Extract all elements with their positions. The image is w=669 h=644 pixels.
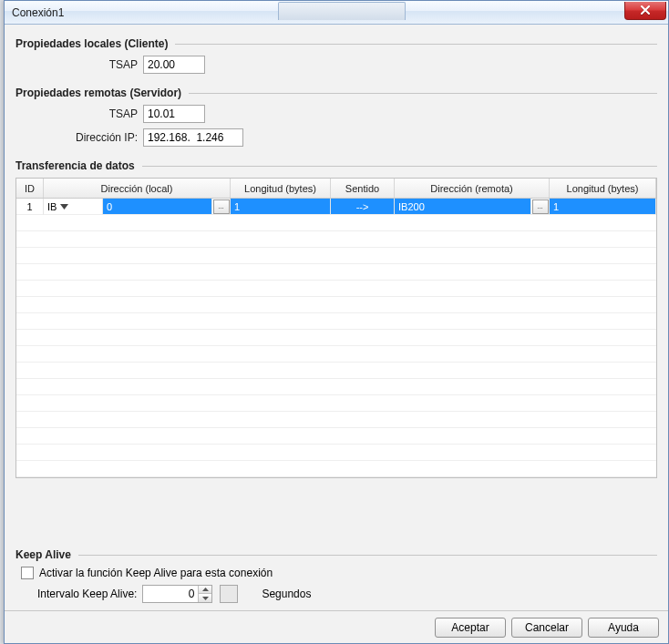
ellipsis-button[interactable]: ... bbox=[532, 199, 549, 214]
separator-line bbox=[142, 166, 657, 167]
group-transfer: Transferencia de datos ID Dirección (loc… bbox=[15, 159, 657, 536]
background-tab-hint bbox=[278, 2, 406, 20]
separator-line bbox=[175, 44, 657, 45]
spinner-up-button[interactable] bbox=[199, 586, 211, 594]
separator-line bbox=[189, 93, 657, 94]
keepalive-interval-spinner[interactable] bbox=[142, 585, 212, 603]
cell-len-remote[interactable]: 1 bbox=[550, 199, 656, 215]
help-button[interactable]: Ayuda bbox=[588, 618, 659, 638]
table-row-empty[interactable] bbox=[16, 215, 656, 231]
chevron-up-icon bbox=[202, 588, 209, 591]
table-row-empty[interactable] bbox=[16, 264, 656, 281]
chevron-down-icon bbox=[202, 597, 209, 600]
table-header-row: ID Dirección (local) Longitud (bytes) Se… bbox=[16, 179, 656, 199]
ellipsis-icon: ... bbox=[218, 203, 224, 210]
cell-id: 1 bbox=[16, 199, 44, 215]
cell-sense[interactable]: --> bbox=[331, 199, 395, 215]
table-row-empty[interactable] bbox=[16, 297, 656, 313]
table-body: 1 IB 0 ... 1 bbox=[16, 199, 656, 477]
table-row-empty[interactable] bbox=[16, 346, 656, 363]
th-dir-remote: Dirección (remota) bbox=[395, 179, 550, 198]
dialog-window: Conexión1 Propiedades locales (Cliente) … bbox=[4, 0, 669, 644]
cell-remote-picker[interactable]: ... bbox=[531, 199, 550, 215]
th-dir-local: Dirección (local) bbox=[44, 179, 231, 198]
table-row-empty[interactable] bbox=[16, 281, 656, 297]
th-len-remote: Longitud (bytes) bbox=[550, 179, 656, 198]
group-transfer-title: Transferencia de datos bbox=[15, 159, 135, 172]
close-icon bbox=[640, 5, 651, 15]
table-row-empty[interactable] bbox=[16, 248, 656, 264]
accept-button[interactable]: Aceptar bbox=[435, 618, 506, 638]
remote-tsap-label: TSAP bbox=[15, 107, 143, 120]
ellipsis-icon: ... bbox=[537, 203, 543, 210]
th-sense: Sentido bbox=[331, 179, 395, 198]
transfer-table[interactable]: ID Dirección (local) Longitud (bytes) Se… bbox=[15, 178, 657, 478]
spinner-down-button[interactable] bbox=[199, 594, 211, 602]
cell-local-picker[interactable]: ... bbox=[212, 199, 231, 215]
group-keepalive: Keep Alive Activar la función Keep Alive… bbox=[15, 548, 657, 603]
group-local-title: Propiedades locales (Cliente) bbox=[15, 37, 168, 50]
table-row-empty[interactable] bbox=[16, 461, 656, 477]
local-tsap-label: TSAP bbox=[15, 58, 143, 71]
cell-type-value: IB bbox=[47, 201, 57, 212]
table-row-empty[interactable] bbox=[16, 231, 656, 248]
table-row-empty[interactable] bbox=[16, 313, 656, 330]
table-row-empty[interactable] bbox=[16, 363, 656, 379]
window-title: Conexión1 bbox=[12, 6, 64, 19]
group-remote: Propiedades remotas (Servidor) TSAP Dire… bbox=[15, 87, 657, 147]
cell-len-local[interactable]: 1 bbox=[231, 199, 331, 215]
cell-local-offset[interactable]: 0 bbox=[103, 199, 212, 215]
remote-tsap-input[interactable] bbox=[143, 105, 205, 123]
keepalive-unit-button[interactable] bbox=[220, 585, 238, 603]
table-row-empty[interactable] bbox=[16, 445, 656, 461]
keepalive-unit-label: Segundos bbox=[262, 588, 311, 600]
cancel-button[interactable]: Cancelar bbox=[511, 618, 582, 638]
cell-dir-remote[interactable]: IB200 bbox=[395, 199, 531, 215]
group-local: Propiedades locales (Cliente) TSAP bbox=[15, 37, 657, 74]
keepalive-interval-label: Intervalo Keep Alive: bbox=[37, 588, 137, 600]
ellipsis-button[interactable]: ... bbox=[213, 199, 230, 214]
local-tsap-input[interactable] bbox=[143, 56, 205, 74]
close-button[interactable] bbox=[624, 2, 666, 20]
th-id: ID bbox=[16, 179, 44, 198]
group-keepalive-title: Keep Alive bbox=[15, 548, 71, 561]
table-row-empty[interactable] bbox=[16, 428, 656, 445]
separator-line bbox=[78, 555, 657, 556]
remote-ip-label: Dirección IP: bbox=[15, 131, 143, 144]
table-row-empty[interactable] bbox=[16, 330, 656, 346]
chevron-down-icon bbox=[60, 204, 68, 210]
th-len-local: Longitud (bytes) bbox=[231, 179, 331, 198]
group-remote-title: Propiedades remotas (Servidor) bbox=[15, 87, 181, 99]
table-row-empty[interactable] bbox=[16, 412, 656, 428]
keepalive-checkbox[interactable] bbox=[21, 567, 34, 579]
remote-ip-input[interactable] bbox=[143, 128, 243, 147]
dialog-footer: Aceptar Cancelar Ayuda bbox=[5, 610, 668, 643]
table-row-empty[interactable] bbox=[16, 395, 656, 412]
keepalive-checkbox-label: Activar la función Keep Alive para esta … bbox=[39, 567, 273, 579]
cell-type-dropdown[interactable]: IB bbox=[44, 199, 103, 215]
table-row[interactable]: 1 IB 0 ... 1 bbox=[16, 199, 656, 215]
content-area: Propiedades locales (Cliente) TSAP Propi… bbox=[5, 25, 668, 610]
table-row-empty[interactable] bbox=[16, 379, 656, 395]
keepalive-interval-input[interactable] bbox=[143, 586, 198, 602]
